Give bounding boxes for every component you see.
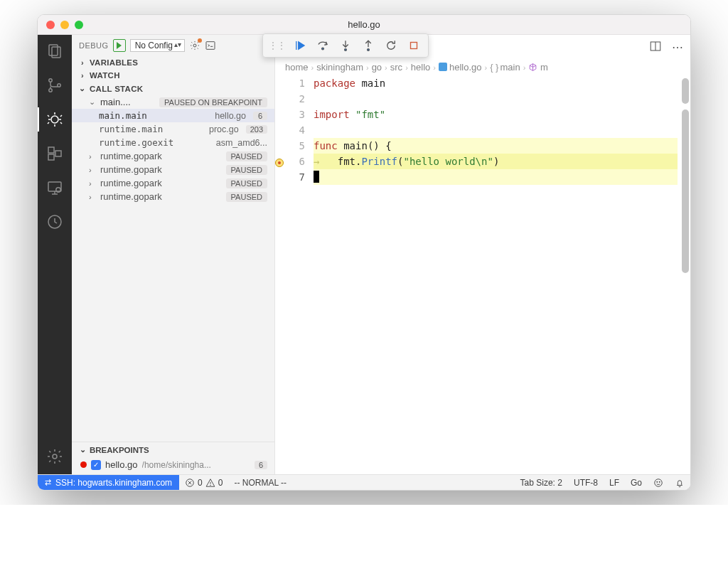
- editor-scrollbar[interactable]: [680, 75, 690, 474]
- stop-button[interactable]: [404, 37, 424, 54]
- svg-point-16: [345, 49, 347, 51]
- breadcrumbs[interactable]: home›skiningham›go›src›hello›hello.go›{ …: [275, 59, 690, 75]
- problems-indicator[interactable]: 0 0: [179, 478, 228, 488]
- callstack-goroutine[interactable]: ›runtime.goparkPAUSED: [72, 163, 274, 176]
- svg-point-27: [657, 481, 658, 482]
- svg-rect-14: [206, 42, 215, 50]
- settings-gear-icon[interactable]: [46, 447, 64, 466]
- editor-area: ⋮⋮: [275, 35, 690, 474]
- svg-point-12: [53, 454, 57, 459]
- callstack-frame[interactable]: main.mainhello.go6: [72, 109, 274, 122]
- step-into-button[interactable]: [336, 37, 355, 54]
- remote-indicator[interactable]: ⇄ SSH: hogwarts.kiningham.com: [38, 475, 179, 490]
- debug-console-icon[interactable]: [205, 40, 216, 51]
- activity-bar: [38, 35, 72, 474]
- debug-sidebar: DEBUG No Config ▴▾ ›VARIABLES ›WATCH: [72, 35, 275, 474]
- code-editor[interactable]: 1234567 package mainimport "fmt"func mai…: [275, 75, 690, 474]
- app-window: hello.go: [37, 14, 691, 491]
- svg-rect-9: [48, 182, 61, 191]
- explorer-icon[interactable]: [46, 42, 64, 60]
- debug-settings-icon[interactable]: [189, 40, 200, 51]
- svg-rect-8: [55, 151, 61, 156]
- notifications-icon[interactable]: [669, 478, 690, 488]
- callstack-section-header[interactable]: ⌄CALL STACK: [72, 82, 274, 95]
- step-out-button[interactable]: [358, 37, 378, 54]
- tab-size-indicator[interactable]: Tab Size: 2: [515, 478, 568, 488]
- extensions-icon[interactable]: [46, 144, 64, 163]
- source-control-icon[interactable]: [46, 76, 64, 95]
- breakpoint-item[interactable]: ✓ hello.go/home/skiningha...6: [72, 457, 274, 474]
- svg-point-3: [49, 89, 52, 92]
- breadcrumb-segment[interactable]: { }main: [490, 62, 520, 73]
- callstack-frame[interactable]: runtime.mainproc.go203: [72, 122, 274, 136]
- breadcrumb-segment[interactable]: src: [390, 62, 402, 73]
- debug-config-dropdown[interactable]: No Config ▴▾: [130, 39, 185, 52]
- debug-title: DEBUG: [79, 41, 109, 50]
- status-bar: ⇄ SSH: hogwarts.kiningham.com 0 0 -- NOR…: [38, 474, 690, 490]
- debug-config-value: No Config: [135, 41, 173, 50]
- callstack-goroutine[interactable]: ›runtime.goparkPAUSED: [72, 149, 274, 163]
- svg-point-13: [193, 44, 196, 47]
- svg-point-17: [368, 49, 370, 51]
- breakpoint-marker-icon[interactable]: [275, 159, 284, 167]
- debug-icon[interactable]: [46, 110, 64, 129]
- breadcrumb-segment[interactable]: home: [285, 62, 309, 73]
- svg-point-25: [210, 485, 210, 486]
- debug-toolbar: ⋮⋮: [262, 33, 429, 58]
- svg-rect-18: [411, 43, 417, 49]
- breadcrumb-segment[interactable]: m: [528, 62, 547, 73]
- timeline-icon[interactable]: [46, 213, 64, 231]
- callstack-goroutine[interactable]: ›runtime.goparkPAUSED: [72, 176, 274, 190]
- breakpoint-checkbox[interactable]: ✓: [91, 460, 101, 470]
- svg-rect-7: [48, 154, 54, 160]
- svg-rect-6: [48, 147, 54, 153]
- window-title: hello.go: [348, 19, 380, 30]
- watch-section-header[interactable]: ›WATCH: [72, 69, 274, 82]
- breakpoint-dot-icon: [80, 461, 87, 468]
- breadcrumb-segment[interactable]: hello.go: [439, 62, 482, 73]
- editor-more-icon[interactable]: ⋯: [672, 41, 683, 54]
- breadcrumb-segment[interactable]: hello: [411, 62, 430, 73]
- toolbar-grip-icon[interactable]: ⋮⋮: [267, 41, 287, 50]
- split-editor-icon[interactable]: [649, 40, 662, 55]
- remote-explorer-icon[interactable]: [46, 178, 64, 197]
- titlebar: hello.go: [38, 15, 690, 35]
- eol-indicator[interactable]: LF: [604, 478, 625, 488]
- restart-button[interactable]: [381, 37, 401, 54]
- encoding-indicator[interactable]: UTF-8: [568, 478, 604, 488]
- breadcrumb-segment[interactable]: go: [372, 62, 382, 73]
- svg-point-5: [51, 116, 58, 123]
- vim-mode-indicator: -- NORMAL --: [228, 478, 292, 488]
- callstack-goroutine[interactable]: ›runtime.goparkPAUSED: [72, 190, 274, 203]
- variables-section-header[interactable]: ›VARIABLES: [72, 56, 274, 69]
- close-window-button[interactable]: [46, 21, 55, 29]
- svg-point-4: [58, 84, 60, 87]
- feedback-icon[interactable]: [648, 478, 669, 488]
- start-debug-button[interactable]: [113, 39, 126, 52]
- maximize-window-button[interactable]: [75, 21, 83, 29]
- callstack-frame[interactable]: runtime.goexitasm_amd6...: [72, 136, 274, 149]
- svg-point-28: [659, 481, 660, 482]
- breakpoints-section-header[interactable]: ⌄BREAKPOINTS: [72, 442, 274, 457]
- minimize-window-button[interactable]: [60, 21, 69, 29]
- step-over-button[interactable]: [313, 37, 333, 54]
- svg-point-26: [655, 479, 663, 486]
- svg-point-15: [322, 48, 324, 50]
- breadcrumb-segment[interactable]: skiningham: [316, 62, 363, 73]
- language-indicator[interactable]: Go: [625, 478, 648, 488]
- callstack-thread[interactable]: ⌄ main.... PAUSED ON BREAKPOINT: [72, 95, 274, 109]
- svg-point-2: [49, 79, 52, 82]
- continue-button[interactable]: [290, 37, 310, 54]
